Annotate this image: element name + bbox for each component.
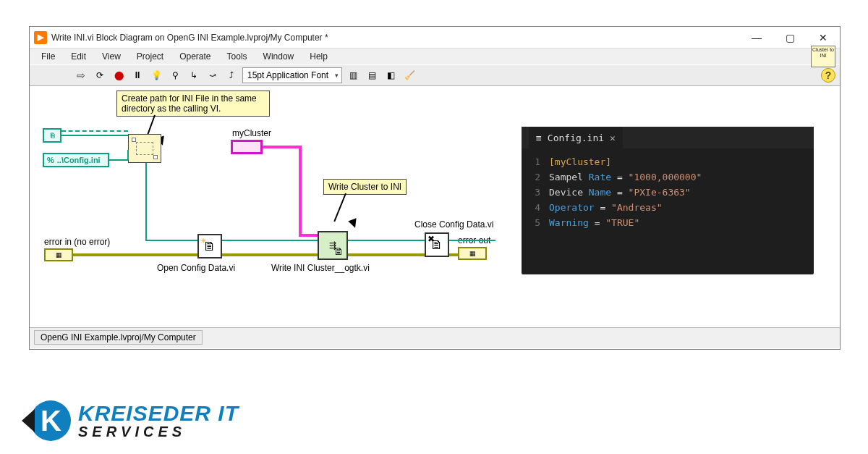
- wire: [109, 159, 128, 161]
- menu-help[interactable]: Help: [302, 50, 335, 63]
- pause-button[interactable]: II: [129, 67, 145, 83]
- wire-path: [348, 240, 425, 241]
- step-into-button[interactable]: ↳: [186, 67, 202, 83]
- logo-mark: K: [30, 400, 71, 441]
- comment-write-cluster: Write Cluster to INI: [323, 179, 407, 195]
- code-line: 3 Device Name = "PXIe-6363": [529, 185, 807, 200]
- statusbar: OpenG INI Example.lvproj/My Computer: [30, 327, 840, 346]
- wire-error: [348, 253, 425, 256]
- hamburger-icon: ≡: [536, 133, 542, 143]
- comment-create-path: Create path for INI File in the same dir…: [116, 91, 270, 117]
- open-config-data-vi[interactable]: ✳ 🗎: [197, 234, 222, 258]
- highlight-execution-button[interactable]: 💡: [148, 67, 164, 83]
- titlebar: ▶ Write INI.vi Block Diagram on OpenG IN…: [30, 27, 840, 49]
- maximize-button[interactable]: ▢: [773, 27, 807, 49]
- align-objects-button[interactable]: ▥: [345, 67, 361, 83]
- run-button[interactable]: ⇨: [73, 67, 89, 83]
- write-ini-label: Write INI Cluster__ogtk.vi: [271, 263, 370, 273]
- wire: [61, 130, 128, 132]
- code-line: 5 Warning = "TRUE": [529, 215, 807, 230]
- font-selector[interactable]: 15pt Application Font: [242, 67, 342, 83]
- menu-view[interactable]: View: [95, 50, 128, 63]
- wire-cluster: [299, 146, 302, 235]
- close-config-label: Close Config Data.vi: [414, 219, 493, 230]
- wire-error: [222, 253, 318, 256]
- step-over-button[interactable]: ⤻: [205, 67, 221, 83]
- menu-tools[interactable]: Tools: [220, 50, 255, 63]
- logo-line2: SERVICES: [78, 424, 239, 439]
- editor-tab-label: Config.ini: [548, 133, 604, 143]
- code-line: 4 Operator = "Andreas": [529, 200, 807, 215]
- editor-tab-config[interactable]: ≡ Config.ini ✕: [529, 127, 623, 148]
- step-out-button[interactable]: ⤴: [224, 67, 239, 83]
- wire: [127, 150, 129, 160]
- mycluster-label: myCluster: [232, 128, 271, 138]
- build-path-node[interactable]: [128, 134, 161, 163]
- code-line: 1 [myCluster]: [529, 154, 807, 169]
- mycluster-terminal[interactable]: [231, 140, 263, 154]
- wire-path: [222, 240, 318, 241]
- wire-cluster: [263, 146, 300, 148]
- retain-wire-values-button[interactable]: ⚲: [167, 67, 183, 83]
- open-config-label: Open Config Data.vi: [157, 263, 235, 273]
- vi-connector-pane-icon[interactable]: Cluster to INI: [811, 46, 835, 67]
- minimize-button[interactable]: —: [740, 27, 773, 49]
- toolbar: ⇨ ⟳ ⬤ II 💡 ⚲ ↳ ⤻ ⤴ 15pt Application Font…: [30, 64, 840, 86]
- wire: [61, 135, 128, 136]
- block-diagram-canvas[interactable]: Create path for INI File in the same dir…: [30, 86, 840, 327]
- editor-content[interactable]: 1 [myCluster] 2 Sampel Rate = "1000,0000…: [522, 148, 814, 236]
- close-tab-icon[interactable]: ✕: [610, 133, 616, 143]
- close-button[interactable]: ✕: [807, 27, 840, 49]
- run-continuously-button[interactable]: ⟳: [92, 67, 108, 83]
- annotation-arrowhead: [348, 218, 359, 229]
- status-project-path: OpenG INI Example.lvproj/My Computer: [34, 330, 203, 345]
- error-in-terminal[interactable]: ▦: [44, 248, 73, 261]
- window-title: Write INI.vi Block Diagram on OpenG INI …: [51, 33, 328, 43]
- code-editor-panel: ≡ Config.ini ✕ 1 [myCluster] 2 Sampel Ra…: [522, 127, 814, 274]
- reorder-button[interactable]: ◧: [383, 67, 399, 83]
- path-constant[interactable]: %..\Config.ini: [43, 153, 109, 167]
- labview-window: ▶ Write INI.vi Block Diagram on OpenG IN…: [29, 26, 841, 350]
- app-icon: ▶: [34, 31, 47, 44]
- close-config-data-vi[interactable]: ✖ 🗎: [425, 232, 449, 257]
- menu-operate[interactable]: Operate: [172, 50, 218, 63]
- wire-error: [73, 253, 197, 256]
- code-line: 2 Sampel Rate = "1000,000000": [529, 169, 807, 185]
- logo-line1: KREISEDER IT: [78, 403, 239, 424]
- editor-tab-row: ≡ Config.ini ✕: [522, 127, 814, 148]
- company-logo: K KREISEDER IT SERVICES: [30, 400, 239, 441]
- annotation-arrow: [333, 193, 346, 222]
- wire-path: [449, 240, 495, 241]
- error-out-terminal[interactable]: ▦: [458, 247, 487, 260]
- wire-path: [145, 163, 147, 240]
- wire-error: [449, 253, 458, 256]
- menu-edit[interactable]: Edit: [64, 50, 93, 63]
- distribute-objects-button[interactable]: ▤: [364, 67, 380, 83]
- call-chain-terminal[interactable]: ⎘: [43, 128, 61, 143]
- abort-button[interactable]: ⬤: [111, 67, 127, 83]
- menu-project[interactable]: Project: [129, 50, 171, 63]
- menu-window[interactable]: Window: [256, 50, 302, 63]
- menubar: File Edit View Project Operate Tools Win…: [30, 49, 840, 64]
- context-help-button[interactable]: ?: [821, 68, 835, 83]
- wire-path: [145, 240, 197, 241]
- menu-file[interactable]: File: [34, 50, 62, 63]
- error-in-label: error in (no error): [44, 237, 110, 247]
- cleanup-diagram-button[interactable]: 🧹: [401, 67, 417, 83]
- wire-cluster: [299, 234, 318, 237]
- write-ini-cluster-vi[interactable]: ⇶ 🗎: [318, 231, 348, 260]
